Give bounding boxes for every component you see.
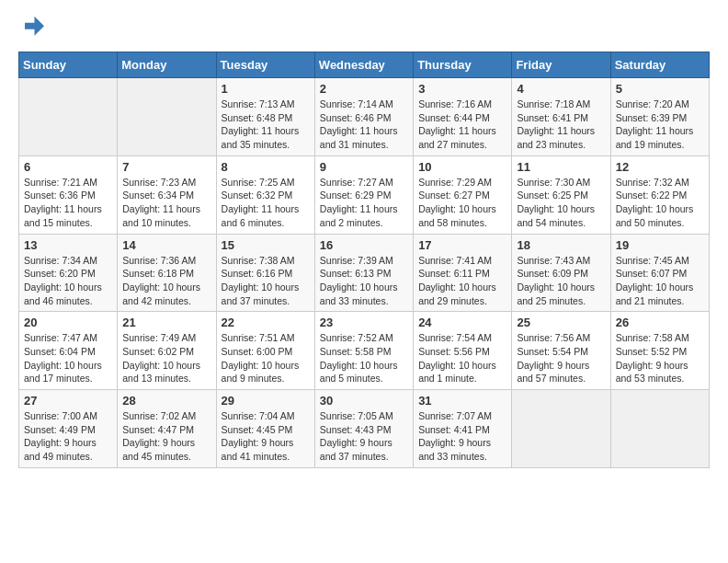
calendar-cell: 26Sunrise: 7:58 AMSunset: 5:52 PMDayligh… [610, 312, 709, 390]
day-info: Sunrise: 7:13 AMSunset: 6:48 PMDaylight:… [222, 98, 310, 152]
day-info: Sunrise: 7:41 AMSunset: 6:11 PMDaylight:… [418, 254, 506, 308]
day-info: Sunrise: 7:52 AMSunset: 5:58 PMDaylight:… [320, 331, 408, 385]
day-number: 22 [222, 316, 310, 329]
calendar-cell: 1Sunrise: 7:13 AMSunset: 6:48 PMDaylight… [216, 78, 314, 156]
day-number: 25 [517, 316, 605, 329]
logo-icon [18, 15, 44, 44]
day-number: 17 [418, 238, 506, 252]
calendar-cell: 17Sunrise: 7:41 AMSunset: 6:11 PMDayligh… [414, 234, 512, 312]
day-number: 15 [222, 238, 310, 252]
calendar-cell: 25Sunrise: 7:56 AMSunset: 5:54 PMDayligh… [512, 312, 610, 390]
day-of-week-header: Wednesday [314, 52, 413, 78]
calendar-cell: 9Sunrise: 7:27 AMSunset: 6:29 PMDaylight… [314, 155, 413, 234]
day-info: Sunrise: 7:29 AMSunset: 6:27 PMDaylight:… [418, 176, 506, 230]
calendar-cell: 6Sunrise: 7:21 AMSunset: 6:36 PMDaylight… [19, 155, 118, 234]
day-info: Sunrise: 7:16 AMSunset: 6:44 PMDaylight:… [418, 98, 506, 152]
calendar-cell: 19Sunrise: 7:45 AMSunset: 6:07 PMDayligh… [610, 234, 709, 312]
day-info: Sunrise: 7:27 AMSunset: 6:29 PMDaylight:… [320, 176, 408, 230]
day-info: Sunrise: 7:21 AMSunset: 6:36 PMDaylight:… [24, 176, 112, 230]
calendar-cell: 23Sunrise: 7:52 AMSunset: 5:58 PMDayligh… [314, 312, 413, 390]
calendar-week-row: 27Sunrise: 7:00 AMSunset: 4:49 PMDayligh… [19, 390, 710, 468]
day-of-week-header: Friday [512, 52, 610, 78]
day-number: 13 [24, 238, 112, 252]
calendar-cell: 30Sunrise: 7:05 AMSunset: 4:43 PMDayligh… [314, 390, 413, 468]
day-info: Sunrise: 7:39 AMSunset: 6:13 PMDaylight:… [320, 254, 408, 308]
day-info: Sunrise: 7:45 AMSunset: 6:07 PMDaylight:… [616, 254, 704, 308]
day-info: Sunrise: 7:04 AMSunset: 4:45 PMDaylight:… [222, 409, 310, 464]
day-info: Sunrise: 7:00 AMSunset: 4:49 PMDaylight:… [24, 409, 112, 464]
svg-marker-1 [25, 17, 44, 36]
calendar-cell: 4Sunrise: 7:18 AMSunset: 6:41 PMDaylight… [512, 78, 610, 156]
day-number: 16 [320, 238, 408, 252]
calendar-week-row: 6Sunrise: 7:21 AMSunset: 6:36 PMDaylight… [19, 155, 710, 234]
calendar-cell: 2Sunrise: 7:14 AMSunset: 6:46 PMDaylight… [314, 78, 413, 156]
calendar-cell: 22Sunrise: 7:51 AMSunset: 6:00 PMDayligh… [216, 312, 314, 390]
day-info: Sunrise: 7:47 AMSunset: 6:04 PMDaylight:… [24, 331, 112, 385]
day-number: 21 [122, 316, 210, 329]
calendar-week-row: 1Sunrise: 7:13 AMSunset: 6:48 PMDaylight… [19, 78, 710, 156]
day-number: 14 [122, 238, 210, 252]
day-info: Sunrise: 7:32 AMSunset: 6:22 PMDaylight:… [616, 176, 704, 230]
calendar-week-row: 20Sunrise: 7:47 AMSunset: 6:04 PMDayligh… [19, 312, 710, 390]
day-info: Sunrise: 7:30 AMSunset: 6:25 PMDaylight:… [517, 176, 605, 230]
calendar-cell: 16Sunrise: 7:39 AMSunset: 6:13 PMDayligh… [314, 234, 413, 312]
calendar-cell: 31Sunrise: 7:07 AMSunset: 4:41 PMDayligh… [414, 390, 512, 468]
day-info: Sunrise: 7:25 AMSunset: 6:32 PMDaylight:… [222, 176, 310, 230]
day-number: 19 [616, 238, 704, 252]
day-number: 9 [320, 160, 408, 174]
calendar-cell: 28Sunrise: 7:02 AMSunset: 4:47 PMDayligh… [118, 390, 216, 468]
day-of-week-header: Thursday [414, 52, 512, 78]
calendar-cell [19, 78, 118, 156]
logo [18, 15, 48, 44]
calendar-cell [610, 390, 709, 468]
day-number: 8 [222, 160, 310, 174]
day-number: 18 [517, 238, 605, 252]
day-info: Sunrise: 7:38 AMSunset: 6:16 PMDaylight:… [222, 254, 310, 308]
day-info: Sunrise: 7:34 AMSunset: 6:20 PMDaylight:… [24, 254, 112, 308]
day-of-week-header: Monday [118, 52, 216, 78]
day-number: 7 [122, 160, 210, 174]
day-info: Sunrise: 7:54 AMSunset: 5:56 PMDaylight:… [418, 331, 506, 385]
day-info: Sunrise: 7:43 AMSunset: 6:09 PMDaylight:… [517, 254, 605, 308]
header [18, 15, 710, 44]
page: SundayMondayTuesdayWednesdayThursdayFrid… [0, 0, 728, 487]
day-info: Sunrise: 7:20 AMSunset: 6:39 PMDaylight:… [616, 98, 704, 152]
day-info: Sunrise: 7:51 AMSunset: 6:00 PMDaylight:… [222, 331, 310, 385]
calendar-cell: 20Sunrise: 7:47 AMSunset: 6:04 PMDayligh… [19, 312, 118, 390]
calendar-table: SundayMondayTuesdayWednesdayThursdayFrid… [18, 52, 710, 468]
calendar-cell: 14Sunrise: 7:36 AMSunset: 6:18 PMDayligh… [118, 234, 216, 312]
day-number: 3 [418, 82, 506, 96]
day-info: Sunrise: 7:14 AMSunset: 6:46 PMDaylight:… [320, 98, 408, 152]
day-number: 11 [517, 160, 605, 174]
day-of-week-header: Saturday [610, 52, 709, 78]
calendar-cell: 24Sunrise: 7:54 AMSunset: 5:56 PMDayligh… [414, 312, 512, 390]
day-info: Sunrise: 7:18 AMSunset: 6:41 PMDaylight:… [517, 98, 605, 152]
day-number: 24 [418, 316, 506, 329]
calendar-cell: 11Sunrise: 7:30 AMSunset: 6:25 PMDayligh… [512, 155, 610, 234]
day-of-week-header: Sunday [19, 52, 118, 78]
day-number: 6 [24, 160, 112, 174]
calendar-cell: 27Sunrise: 7:00 AMSunset: 4:49 PMDayligh… [19, 390, 118, 468]
day-number: 10 [418, 160, 506, 174]
day-number: 12 [616, 160, 704, 174]
calendar-week-row: 13Sunrise: 7:34 AMSunset: 6:20 PMDayligh… [19, 234, 710, 312]
calendar-header-row: SundayMondayTuesdayWednesdayThursdayFrid… [19, 52, 710, 78]
calendar-cell: 10Sunrise: 7:29 AMSunset: 6:27 PMDayligh… [414, 155, 512, 234]
day-number: 5 [616, 82, 704, 96]
day-info: Sunrise: 7:56 AMSunset: 5:54 PMDaylight:… [517, 331, 605, 385]
calendar-cell: 8Sunrise: 7:25 AMSunset: 6:32 PMDaylight… [216, 155, 314, 234]
calendar-cell: 5Sunrise: 7:20 AMSunset: 6:39 PMDaylight… [610, 78, 709, 156]
calendar-cell: 29Sunrise: 7:04 AMSunset: 4:45 PMDayligh… [216, 390, 314, 468]
day-of-week-header: Tuesday [216, 52, 314, 78]
calendar-cell: 15Sunrise: 7:38 AMSunset: 6:16 PMDayligh… [216, 234, 314, 312]
day-number: 26 [616, 316, 704, 329]
day-number: 1 [222, 82, 310, 96]
calendar-cell: 7Sunrise: 7:23 AMSunset: 6:34 PMDaylight… [118, 155, 216, 234]
day-number: 4 [517, 82, 605, 96]
day-info: Sunrise: 7:49 AMSunset: 6:02 PMDaylight:… [122, 331, 210, 385]
calendar-cell: 3Sunrise: 7:16 AMSunset: 6:44 PMDaylight… [414, 78, 512, 156]
day-info: Sunrise: 7:07 AMSunset: 4:41 PMDaylight:… [418, 409, 506, 464]
calendar-cell [118, 78, 216, 156]
day-info: Sunrise: 7:36 AMSunset: 6:18 PMDaylight:… [122, 254, 210, 308]
day-info: Sunrise: 7:58 AMSunset: 5:52 PMDaylight:… [616, 331, 704, 385]
